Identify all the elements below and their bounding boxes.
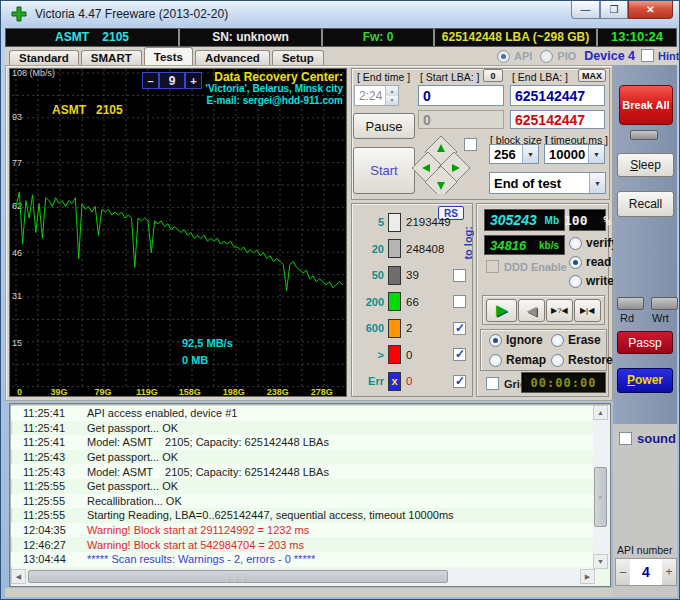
log-h-scrollbar[interactable]: ◀ ⋮⋮⋮ ▶ [11,569,595,585]
stat-log-checkbox[interactable] [453,322,466,335]
block-size-select[interactable]: 256 ▼ [489,144,539,164]
log-message: Model: ASMT 2105; Capacity: 625142448 LB… [73,436,329,448]
tab-standard[interactable]: Standard [9,50,79,65]
remap-radio[interactable] [489,354,502,367]
sound-checkbox[interactable] [619,432,632,445]
stat-color-swatch [388,213,401,232]
scroll-up-icon: ▲ [597,409,604,416]
ignore-label: Ignore [506,333,543,347]
close-button[interactable]: ✕ [628,1,673,19]
log-time: 13:04:44 [11,553,73,565]
scroll-right-button[interactable]: ▶ [580,569,595,584]
stat-log-checkbox[interactable] [453,269,466,282]
play-button[interactable]: ▶ [486,299,517,322]
spin-up-icon[interactable]: ▲ [386,86,398,96]
stat-row: 20248408 [356,239,470,259]
api-plus-button[interactable]: + [662,559,676,585]
start-lba-input[interactable]: 0 [418,85,504,106]
drive-capacity: 625142448 LBA (~298 GB) [435,29,598,46]
end-time-spinner[interactable]: 2:24 ▲ ▼ [354,85,399,106]
window-controls: — ❐ ✕ [571,1,673,19]
mb-value: 305243 [490,212,537,228]
erase-radio[interactable] [551,334,564,347]
y-axis-label: 93 [12,112,22,122]
chevron-down-icon[interactable]: ▼ [588,145,604,163]
readout-box: 305243 Mb 100 % 34816 kb/s verifyreadwri… [476,203,609,397]
write-label: write [586,274,614,288]
stat-log-checkbox[interactable] [453,375,466,388]
verify-radio[interactable] [569,237,582,250]
scroll-right-icon: ▶ [585,573,590,581]
log-v-scrollbar[interactable]: ▲ ≡ ▼ [593,405,609,569]
start-button[interactable]: Start [353,147,415,194]
stat-count: 39 [406,269,419,281]
tab-setup[interactable]: Setup [272,50,324,65]
scroll-up-button[interactable]: ▲ [593,405,608,420]
scroll-down-button[interactable]: ▼ [593,554,608,569]
tab-tests[interactable]: Tests [144,47,193,65]
h-scroll-thumb[interactable]: ⋮⋮⋮ [28,570,448,583]
chevron-down-icon[interactable]: ▼ [589,173,605,193]
write-radio[interactable] [569,275,582,288]
sleep-button[interactable]: Sleep [617,153,674,177]
power-button[interactable]: Power [617,368,673,393]
action-option-restore: Restore [551,353,613,367]
x-axis-label: 198G [223,387,245,397]
passport-button[interactable]: Passp [617,331,673,354]
grid-checkbox[interactable] [486,377,499,390]
ignore-radio[interactable] [489,334,502,347]
y-axis-label: 108 (Mb/s) [12,69,55,78]
nav-checkbox[interactable] [464,138,477,151]
pio-radio[interactable] [540,50,553,63]
tab-advanced[interactable]: Advanced [195,50,270,65]
stat-color-swatch [388,292,401,311]
end-action-value: End of test [490,176,589,191]
pause-button[interactable]: Pause [353,113,415,139]
spin-down-icon[interactable]: ▼ [386,96,398,106]
stat-log-checkbox[interactable] [453,348,466,361]
max-lba-button[interactable]: MAX [578,69,606,82]
zero-lba-button[interactable]: 0 [483,69,503,82]
stat-count: 0 [406,375,412,387]
stat-log-checkbox[interactable] [453,295,466,308]
log-row: 11:25:55Recallibration... OK [11,494,593,509]
log-row: 11:25:55Get passport... OK [11,479,593,494]
back-button[interactable]: ◀ [518,299,545,322]
log-message: ***** Scan results: Warnings - 2, errors… [73,553,315,565]
stat-count: 0 [406,349,412,361]
api-radio[interactable] [497,50,510,63]
drive-serial: SN: unknown [180,29,323,46]
break-all-button[interactable]: Break All [619,85,673,125]
end-time-spin-buttons: ▲ ▼ [385,86,398,105]
recall-button[interactable]: Recall [617,191,674,217]
stat-count: 66 [406,296,419,308]
log-row: 11:25:43Model: ASMT 2105; Capacity: 6251… [11,464,593,479]
timeout-select[interactable]: 10000 ▼ [544,144,605,164]
scale-minus-button[interactable]: – [142,72,159,89]
stat-count: 2 [406,322,412,334]
log-row: 11:25:55Starting Reading, LBA=0..6251424… [11,508,593,523]
end-lba-input[interactable]: 625142447 [510,85,605,106]
log-message: Get passport... OK [73,422,178,434]
scale-plus-button[interactable]: + [185,72,202,89]
scroll-left-button[interactable]: ◀ [11,569,26,584]
step-button[interactable]: ▶|◀ [574,299,601,322]
restore-label: Restore [568,353,613,367]
minus-icon: – [147,75,153,87]
read-radio[interactable] [569,256,582,269]
api-minus-button[interactable]: – [616,559,630,585]
maximize-button[interactable]: ❐ [600,1,628,19]
v-scroll-thumb[interactable]: ≡ [594,467,607,527]
stat-label: 50 [356,269,384,281]
ddd-label: DDD Enable [504,261,567,273]
seek-button[interactable]: ▶?◀ [546,299,573,322]
hints-checkbox[interactable] [641,49,654,62]
y-axis-label: 15 [12,338,22,348]
end-action-select[interactable]: End of test ▼ [489,172,606,194]
tab-smart[interactable]: SMART [81,50,142,65]
minimize-button[interactable]: — [571,1,600,19]
chevron-down-icon[interactable]: ▼ [522,145,538,163]
current-lba-value: 625142447 [510,110,605,129]
defect-action-group: IgnoreEraseRemapRestore [480,329,607,371]
restore-radio[interactable] [551,354,564,367]
